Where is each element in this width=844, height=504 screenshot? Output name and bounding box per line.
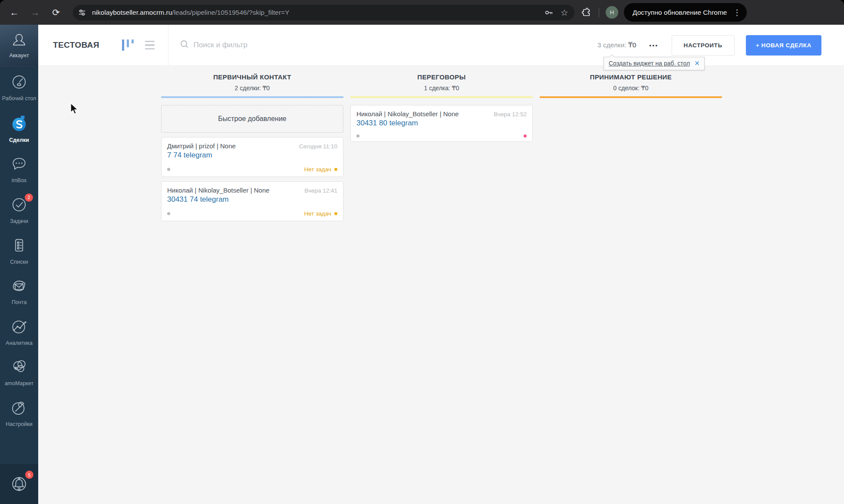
market-icon [10,357,29,378]
list-view-icon[interactable] [143,39,156,52]
notifications-section[interactable]: 5 [0,464,38,504]
configure-button[interactable]: НАСТРОИТЬ [672,35,735,56]
no-tasks-label: Нет задач [304,210,331,217]
status-dot-gray [167,168,170,171]
extensions-icon[interactable] [581,7,592,18]
analytics-icon [10,317,29,338]
deals-summary-label: 3 сделки: [597,41,626,49]
deal-link[interactable]: 7 74 telegram [167,151,337,160]
column-count: 0 сделок: ₸0 [540,85,722,92]
create-widget-tooltip: Создать виджет на раб. стол ✕ [603,57,705,70]
url-host: nikolaybotseller.amocrm.ru [92,9,172,16]
kanban-view-icon[interactable] [122,39,134,51]
mail-icon [10,276,29,297]
column-decision: ПРИНИМАЮТ РЕШЕНИЕ 0 сделок: ₸0 [540,73,722,221]
notifications-badge: 5 [25,471,33,479]
sidebar-item-imbox[interactable]: imBox [0,149,38,190]
search-icon [180,39,189,51]
sidebar-item-desktop[interactable]: Рабочий стол [0,67,38,108]
sidebar-item-label: amoМаркет [5,380,34,387]
sidebar-item-account[interactable]: Аккаунт [0,25,38,67]
pipeline-columns: ПЕРВИЧНЫЙ КОНТАКТ 2 сделки: ₸0 Быстрое д… [38,73,844,221]
column-color-bar [161,96,343,98]
chrome-update-label: Доступно обновление Chrome [633,9,727,16]
tooltip-close-icon[interactable]: ✕ [694,59,700,67]
toolbar-divider [599,8,599,17]
browser-forward-button[interactable]: → [28,5,43,20]
task-dot-amber [334,168,337,171]
url-text[interactable]: nikolaybotseller.amocrm.ru/leads/pipelin… [92,9,290,16]
status-dot-gray [167,212,170,215]
column-primary-contact: ПЕРВИЧНЫЙ КОНТАКТ 2 сделки: ₸0 Быстрое д… [161,73,343,221]
deal-card[interactable]: Николай | Nikolay_Botseller | None Вчера… [161,181,343,221]
sidebar-item-label: Аналитика [6,340,33,347]
user-avatar-icon [10,33,28,52]
sidebar-item-tasks[interactable]: 2 Задачи [0,190,38,230]
status-dot-gray [356,134,359,137]
column-title: ПЕРВИЧНЫЙ КОНТАКТ [161,73,343,81]
sidebar-item-label: Настройки [6,421,32,428]
pipeline-board: ПЕРВИЧНЫЙ КОНТАКТ 2 сделки: ₸0 Быстрое д… [38,66,844,504]
deal-time: Вчера 12:52 [494,111,527,118]
column-color-bar [350,96,533,98]
site-info-icon[interactable] [76,6,89,19]
address-bar[interactable]: nikolaybotseller.amocrm.ru/leads/pipelin… [73,5,574,20]
deal-time: Сегодня 11:10 [299,143,337,150]
deal-card[interactable]: Дмитрий | prizof | None Сегодня 11:10 7 … [161,137,343,177]
deal-link[interactable]: 30431 74 telegram [167,195,337,204]
sidebar-item-label: Задачи [10,218,28,225]
browser-menu-icon[interactable]: ⋮ [731,8,742,17]
sidebar-item-deals[interactable]: Сделки [0,108,38,149]
lists-icon [10,236,29,257]
search-box[interactable] [180,39,307,51]
deal-card[interactable]: Николай | Nikolay_Botseller | None Вчера… [350,105,533,142]
column-negotiation: ПЕРЕГОВОРЫ 1 сделка: ₸0 Николай | Nikola… [350,73,533,221]
column-color-bar [540,96,722,98]
sidebar-item-amomarket[interactable]: amoМаркет [0,352,38,393]
column-title: ПРИНИМАЮТ РЕШЕНИЕ [540,73,722,81]
sidebar-item-label: imBox [12,177,27,184]
sidebar-item-mail[interactable]: Почта [0,271,38,311]
sidebar-spacer [0,433,38,464]
chrome-update-button[interactable]: Доступно обновление Chrome ⋮ [624,3,747,22]
browser-refresh-button[interactable]: ⟳ [49,5,63,20]
topbar-divider [168,25,168,65]
new-deal-button[interactable]: + НОВАЯ СДЕЛКА [746,35,821,56]
chat-bubble-icon [10,154,29,175]
sidebar-item-label: Рабочий стол [2,95,36,102]
deal-time: Вчера 12:41 [304,187,337,194]
sidebar-item-settings[interactable]: Настройки [0,393,38,433]
sidebar: Аккаунт Рабочий стол Сделки [0,25,38,504]
sidebar-item-label: Почта [12,299,27,306]
tasks-badge: 2 [25,193,33,202]
more-options-icon[interactable]: ••• [649,42,658,49]
sidebar-item-label: Сделки [9,137,29,144]
sidebar-item-lists[interactable]: Списки [0,230,38,271]
deals-summary-value: ₸0 [628,41,636,49]
search-input[interactable] [194,41,307,49]
no-tasks-label: Нет задач [304,166,331,173]
deal-contact: Дмитрий | prizof | None [167,142,236,150]
password-key-icon[interactable] [544,8,554,17]
column-cards: Быстрое добавление Дмитрий | prizof | No… [161,105,343,221]
bookmark-star-icon[interactable]: ☆ [560,7,568,18]
deals-icon [9,113,29,135]
main-area: ТЕСТОВАЯ 3 сделки: ₸0 ••• НАСТРОИТЬ + НО… [38,25,844,504]
column-count: 1 сделка: ₸0 [350,85,533,92]
sidebar-item-analytics[interactable]: Аналитика [0,311,38,352]
status-dot-pink [524,134,527,137]
deal-link[interactable]: 30431 80 telegram [356,119,527,128]
browser-profile-avatar[interactable]: H [606,6,618,19]
topbar-actions: 3 сделки: ₸0 ••• НАСТРОИТЬ + НОВАЯ СДЕЛК… [597,35,821,56]
deals-summary[interactable]: 3 сделки: ₸0 [597,41,636,49]
sidebar-item-label: Аккаунт [9,52,29,59]
browser-back-button[interactable]: ← [7,5,22,20]
wrench-icon [10,398,29,419]
quick-add-button[interactable]: Быстрое добавление [161,105,343,133]
create-widget-link[interactable]: Создать виджет на раб. стол [609,60,690,67]
task-dot-amber [334,212,337,215]
deal-contact: Николай | Nikolay_Botseller | None [356,110,459,118]
column-cards: Николай | Nikolay_Botseller | None Вчера… [350,105,533,142]
app-window: Аккаунт Рабочий стол Сделки [0,25,844,504]
tasks-check-icon: 2 [10,195,29,216]
